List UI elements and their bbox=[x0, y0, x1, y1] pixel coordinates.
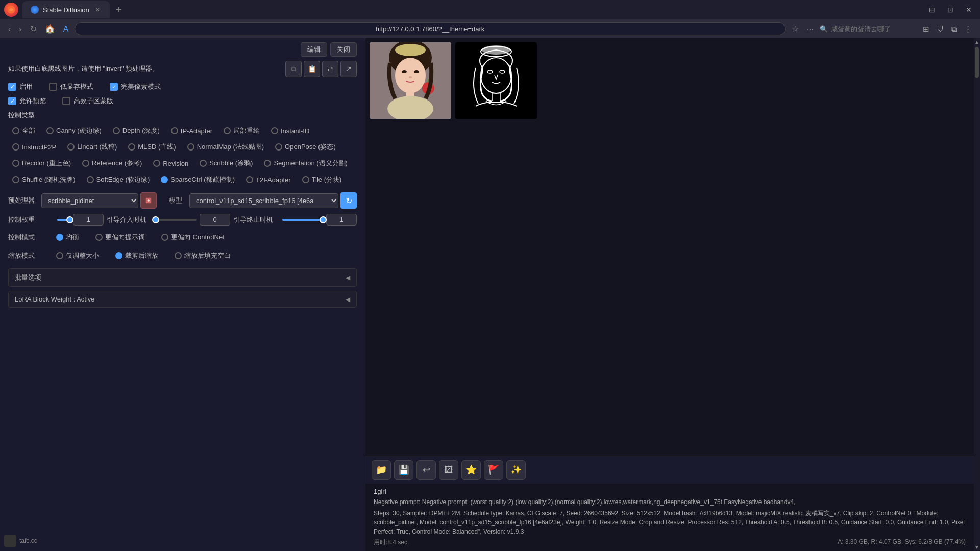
batch-options-section[interactable]: 批量选项 ◀ bbox=[8, 268, 357, 287]
copy-icon-btn[interactable]: ⧉ bbox=[285, 61, 302, 77]
search-icon: 🔍 bbox=[820, 25, 828, 33]
allow-preview-label: 允许预览 bbox=[19, 96, 46, 106]
pixel-perfect-checkbox[interactable]: ✓ 完美像素模式 bbox=[110, 82, 161, 91]
low-vram-checkbox[interactable]: 低显存模式 bbox=[49, 82, 93, 91]
svg-point-8 bbox=[414, 70, 419, 73]
control-type-canny[interactable]: Canny (硬边缘) bbox=[42, 124, 106, 137]
output-info-area: 1girl Negative prompt: Negative prompt: … bbox=[365, 484, 974, 551]
bookmark-star[interactable]: ☆ bbox=[790, 22, 801, 36]
control-type-softedge[interactable]: SoftEdge (软边缘) bbox=[83, 173, 154, 186]
allow-preview-checkbox[interactable]: ✓ 允许预览 bbox=[8, 96, 46, 106]
radio-inpaint bbox=[224, 127, 231, 134]
forward-btn[interactable]: › bbox=[17, 22, 23, 36]
paste-icon-btn[interactable]: 📋 bbox=[304, 61, 320, 77]
grid-icon[interactable]: ⊞ bbox=[921, 22, 932, 36]
extensions-icon[interactable]: ⧉ bbox=[949, 22, 959, 36]
control-type-tile[interactable]: Tile (分块) bbox=[298, 173, 346, 186]
control-type-reference[interactable]: Reference (参考) bbox=[78, 157, 146, 170]
scrollbar-thumb[interactable] bbox=[975, 47, 979, 78]
efficient-subregion-checkbox[interactable]: 高效子区蒙版 bbox=[62, 96, 113, 106]
new-tab-button[interactable]: + bbox=[112, 3, 126, 17]
swap-icon-btn[interactable]: ⇄ bbox=[322, 61, 338, 77]
mode-balanced[interactable]: 均衡 bbox=[52, 231, 83, 244]
control-weight-slider[interactable] bbox=[57, 219, 70, 221]
mode-prompt[interactable]: 更偏向提示词 bbox=[91, 231, 149, 244]
control-type-instant-id[interactable]: Instant-ID bbox=[267, 124, 313, 137]
guidance-start-slider[interactable] bbox=[156, 219, 197, 221]
browser-chrome: Stable Diffusion ✕ + ⊟ ⊡ ✕ ‹ › ↻ 🏠 A ☆ ·… bbox=[0, 0, 980, 38]
undo-icon-btn[interactable]: ↩ bbox=[416, 460, 436, 480]
control-type-ip-adapter[interactable]: IP-Adapter bbox=[167, 124, 216, 137]
enable-checkbox[interactable]: ✓ 启用 bbox=[8, 82, 33, 91]
control-type-inpaint[interactable]: 局部重绘 bbox=[219, 124, 264, 137]
save-icon-btn[interactable]: 💾 bbox=[394, 460, 413, 480]
profile-icon[interactable]: ⛉ bbox=[935, 22, 946, 35]
image-icon-btn[interactable]: 🖼 bbox=[439, 460, 458, 480]
tab-close-btn[interactable]: ✕ bbox=[93, 6, 102, 14]
radio-t2i bbox=[246, 176, 253, 183]
radio-balanced bbox=[56, 234, 63, 241]
settings-dots-icon[interactable]: ⋮ bbox=[962, 22, 974, 36]
extension-icon[interactable]: A bbox=[61, 22, 71, 36]
refresh-btn-browser[interactable]: ↻ bbox=[28, 22, 39, 36]
win-restore[interactable]: ⊡ bbox=[943, 3, 958, 17]
preprocessor-run-btn[interactable] bbox=[140, 192, 157, 209]
control-type-revision[interactable]: Revision bbox=[149, 157, 192, 170]
control-type-all[interactable]: 全部 bbox=[8, 124, 39, 137]
control-type-lineart[interactable]: Lineart (线稿) bbox=[63, 140, 121, 154]
info-description: 如果使用白底黑线图片，请使用 "invert" 预处理器。 bbox=[8, 64, 159, 73]
model-label: 模型 bbox=[169, 196, 184, 205]
radio-depth bbox=[113, 127, 120, 134]
radio-lineart bbox=[67, 143, 75, 151]
guidance-start-value[interactable]: 0 bbox=[200, 214, 230, 226]
control-type-recolor[interactable]: Recolor (重上色) bbox=[8, 157, 75, 170]
control-type-segmentation[interactable]: Segmentation (语义分割) bbox=[260, 157, 352, 170]
radio-segmentation bbox=[264, 160, 271, 167]
star-icon-btn[interactable]: ⭐ bbox=[461, 460, 481, 480]
radio-instant-id bbox=[271, 127, 278, 134]
sparkle-icon-btn[interactable]: ✨ bbox=[506, 460, 526, 480]
control-type-depth[interactable]: Depth (深度) bbox=[109, 124, 164, 137]
control-type-instructp2p[interactable]: InstructP2P bbox=[8, 140, 60, 154]
right-scrollbar[interactable]: ▲ ▼ bbox=[974, 38, 980, 551]
control-type-shuffle[interactable]: Shuffle (随机洗牌) bbox=[8, 173, 80, 186]
flag-icon-btn[interactable]: 🚩 bbox=[484, 460, 503, 480]
home-btn[interactable]: 🏠 bbox=[43, 22, 57, 36]
guidance-end-value[interactable]: 1 bbox=[326, 214, 357, 226]
control-type-t2i[interactable]: T2I-Adapter bbox=[242, 173, 295, 186]
resize-crop[interactable]: 裁剪后缩放 bbox=[111, 249, 162, 262]
control-type-sparsectrl[interactable]: SparseCtrl (稀疏控制) bbox=[157, 173, 239, 186]
output-prompt: 1girl bbox=[374, 488, 966, 495]
win-minimize[interactable]: ⊟ bbox=[925, 3, 939, 17]
folder-icon-btn[interactable]: 📁 bbox=[372, 460, 391, 480]
address-input[interactable] bbox=[75, 22, 785, 35]
search-input[interactable] bbox=[831, 25, 917, 33]
model-refresh-btn[interactable]: ↻ bbox=[340, 192, 357, 209]
edit-button[interactable]: 编辑 bbox=[301, 42, 327, 57]
radio-all bbox=[12, 127, 19, 134]
preprocessor-select-wrap: scribble_pidinet bbox=[41, 192, 164, 209]
guidance-end-slider[interactable] bbox=[282, 219, 323, 221]
expand-icon-btn[interactable]: ↗ bbox=[340, 61, 357, 77]
preprocessor-label: 预处理器 bbox=[8, 196, 36, 205]
resize-just[interactable]: 仅调整大小 bbox=[52, 249, 103, 262]
control-type-openpose[interactable]: OpenPose (姿态) bbox=[271, 140, 340, 154]
model-select[interactable]: control_v11p_sd15_scribble_fp16 [4e6a bbox=[189, 193, 338, 208]
address-bar: ‹ › ↻ 🏠 A ☆ ··· 🔍 ⊞ ⛉ ⧉ ⋮ bbox=[0, 19, 980, 38]
close-button[interactable]: 关闭 bbox=[330, 42, 357, 57]
svg-point-17 bbox=[500, 70, 505, 73]
lora-section[interactable]: LoRA Block Weight : Active ◀ bbox=[8, 291, 357, 308]
mode-controlnet[interactable]: 更偏向 ControlNet bbox=[157, 231, 229, 244]
win-close[interactable]: ✕ bbox=[962, 3, 976, 17]
resize-fill[interactable]: 缩放后填充空白 bbox=[170, 249, 235, 262]
preprocessor-select[interactable]: scribble_pidinet bbox=[41, 193, 138, 208]
control-weight-value[interactable]: 1 bbox=[73, 214, 104, 226]
control-type-mlsd[interactable]: MLSD (直线) bbox=[124, 140, 180, 154]
control-type-scribble[interactable]: Scribble (涂鸦) bbox=[195, 157, 257, 170]
output-footer: 用时:8.4 sec. A: 3.30 GB, R: 4.07 GB, Sys:… bbox=[374, 538, 966, 547]
control-type-normalmap[interactable]: NormalMap (法线贴图) bbox=[183, 140, 268, 154]
efficient-subregion-cb-box bbox=[62, 97, 70, 105]
active-tab[interactable]: Stable Diffusion ✕ bbox=[22, 1, 110, 18]
back-btn[interactable]: ‹ bbox=[6, 22, 13, 36]
more-options[interactable]: ··· bbox=[805, 22, 816, 36]
